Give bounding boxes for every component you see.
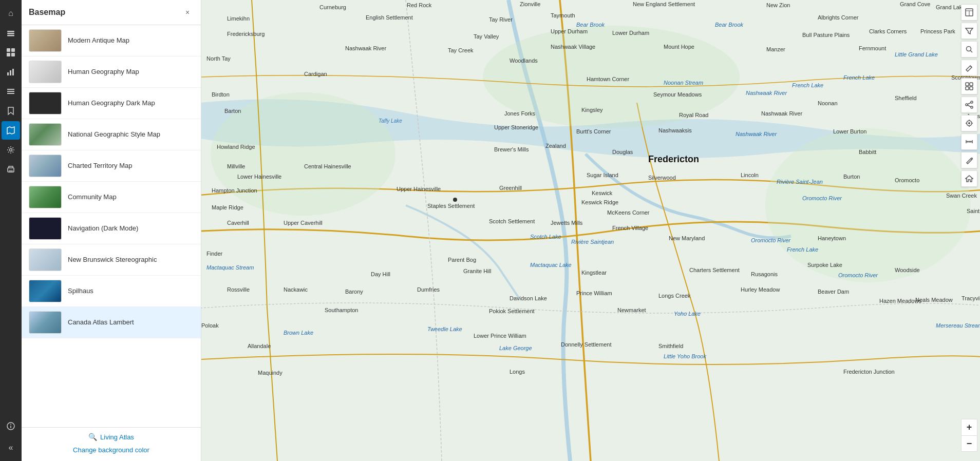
- draw-icon[interactable]: [961, 152, 977, 168]
- svg-point-13: [10, 149, 12, 151]
- bookmark-icon[interactable]: [2, 102, 20, 120]
- chart-icon[interactable]: [2, 63, 20, 81]
- layers-icon[interactable]: [2, 24, 20, 42]
- panel-footer: 🔍 Living Atlas Change background color: [22, 427, 201, 461]
- svg-line-27: [970, 50, 972, 52]
- basemap-thumb-modern-antique: [29, 29, 62, 52]
- basemap-name-nav-dark: Navigation (Dark Mode): [68, 224, 138, 233]
- widget-panel-icon[interactable]: [961, 78, 977, 94]
- settings-icon[interactable]: [2, 141, 20, 159]
- basemap-thumb-human-geo-dark: [29, 92, 62, 114]
- panel-header: Basemap ×: [22, 0, 201, 25]
- basemap-name-community: Community Map: [68, 193, 117, 202]
- measure-icon[interactable]: [961, 133, 977, 150]
- svg-point-20: [211, 92, 395, 216]
- svg-point-21: [483, 26, 740, 128]
- basemap-item-spilhaus[interactable]: Spilhaus: [22, 276, 201, 307]
- left-toolbar: ⌂: [0, 0, 22, 461]
- basemap-item-canada[interactable]: Canada Atlas Lambert: [22, 307, 201, 338]
- home-extent-icon[interactable]: [961, 170, 977, 187]
- panel-title: Basemap: [29, 8, 65, 17]
- svg-rect-15: [9, 170, 13, 172]
- svg-rect-1: [7, 33, 14, 34]
- basemap-item-human-geo[interactable]: Human Geography Map: [22, 56, 201, 88]
- basemap-thumb-human-geo: [29, 61, 62, 83]
- map-background: [201, 0, 980, 461]
- svg-rect-29: [966, 83, 969, 86]
- zoom-controls: + −: [961, 419, 977, 452]
- filter-icon[interactable]: [961, 23, 977, 39]
- table-icon[interactable]: [2, 43, 20, 62]
- basemap-item-charted-territory[interactable]: Charted Territory Map: [22, 150, 201, 182]
- basemap-thumb-nat-geo: [29, 123, 62, 146]
- basemap-list: Modern Antique Map Human Geography Map H…: [22, 25, 201, 427]
- svg-point-34: [971, 106, 973, 108]
- basemap-item-human-geo-dark[interactable]: Human Geography Dark Map: [22, 88, 201, 119]
- basemap-name-nb-stereo: New Brunswick Stereographic: [68, 256, 157, 264]
- svg-rect-30: [970, 83, 973, 86]
- home-icon[interactable]: ⌂: [2, 4, 20, 23]
- svg-point-22: [765, 128, 971, 282]
- svg-rect-3: [7, 48, 10, 52]
- svg-rect-5: [7, 53, 10, 56]
- svg-point-39: [968, 122, 970, 124]
- search-location-icon[interactable]: [961, 41, 977, 57]
- living-atlas-link[interactable]: 🔍 Living Atlas: [29, 433, 194, 441]
- svg-line-28: [970, 66, 972, 67]
- zoom-in-button[interactable]: +: [961, 419, 977, 435]
- basemap-item-modern-antique[interactable]: Modern Antique Map: [22, 25, 201, 56]
- basemap-thumb-nb-stereo: [29, 248, 62, 271]
- city-marker: [453, 198, 457, 202]
- change-bg-color-link[interactable]: Change background color: [29, 446, 194, 454]
- right-toolbar: + −: [958, 0, 980, 461]
- basemap-name-spilhaus: Spilhaus: [68, 287, 93, 296]
- basemap-name-nat-geo: National Geographic Style Map: [68, 130, 160, 139]
- svg-rect-4: [11, 48, 15, 52]
- collapse-icon[interactable]: «: [2, 438, 20, 457]
- print-icon[interactable]: [2, 160, 20, 179]
- basemap-item-nb-stereo[interactable]: New Brunswick Stereographic: [22, 244, 201, 276]
- svg-rect-7: [7, 72, 9, 75]
- svg-rect-6: [11, 53, 15, 56]
- basemap-panel: Basemap × Modern Antique Map Human Geogr…: [22, 0, 201, 461]
- zoom-out-button[interactable]: −: [961, 435, 977, 452]
- svg-rect-31: [966, 87, 969, 90]
- svg-rect-0: [7, 31, 14, 32]
- map-area[interactable]: Curneburg Red Rock Zionville New England…: [201, 0, 980, 461]
- basemap-thumb-nav-dark: [29, 217, 62, 240]
- share-icon[interactable]: [961, 97, 977, 113]
- living-atlas-label: Living Atlas: [100, 433, 134, 441]
- svg-rect-9: [12, 69, 14, 75]
- basemap-name-human-geo: Human Geography Map: [68, 68, 139, 76]
- table-right-icon[interactable]: [961, 4, 977, 21]
- basemap-item-nav-dark[interactable]: Navigation (Dark Mode): [22, 213, 201, 244]
- svg-line-36: [968, 103, 971, 104]
- svg-line-37: [968, 105, 971, 107]
- svg-point-35: [966, 104, 968, 106]
- basemap-icon[interactable]: [2, 121, 20, 140]
- basemap-thumb-spilhaus: [29, 280, 62, 302]
- info-icon[interactable]: [2, 417, 20, 435]
- svg-point-33: [971, 101, 973, 103]
- basemap-thumb-charted-territory: [29, 155, 62, 177]
- basemap-name-human-geo-dark: Human Geography Dark Map: [68, 99, 155, 108]
- basemap-name-modern-antique: Modern Antique Map: [68, 36, 129, 45]
- panel-close-button[interactable]: ×: [181, 6, 194, 18]
- svg-rect-32: [970, 87, 973, 90]
- basemap-name-canada: Canada Atlas Lambert: [68, 318, 134, 327]
- svg-line-50: [971, 159, 972, 160]
- basemap-item-community[interactable]: Community Map: [22, 182, 201, 213]
- basemap-thumb-community: [29, 186, 62, 208]
- basemap-item-nat-geo[interactable]: National Geographic Style Map: [22, 119, 201, 150]
- svg-point-18: [10, 424, 11, 425]
- svg-rect-8: [10, 70, 11, 75]
- basemap-thumb-canada: [29, 311, 62, 334]
- basemap-name-charted-territory: Charted Territory Map: [68, 162, 132, 170]
- svg-rect-2: [7, 35, 14, 36]
- list-icon[interactable]: [2, 82, 20, 101]
- edit-vertices-icon[interactable]: [961, 60, 977, 76]
- locate-icon[interactable]: [961, 115, 977, 131]
- search-icon: 🔍: [88, 433, 97, 441]
